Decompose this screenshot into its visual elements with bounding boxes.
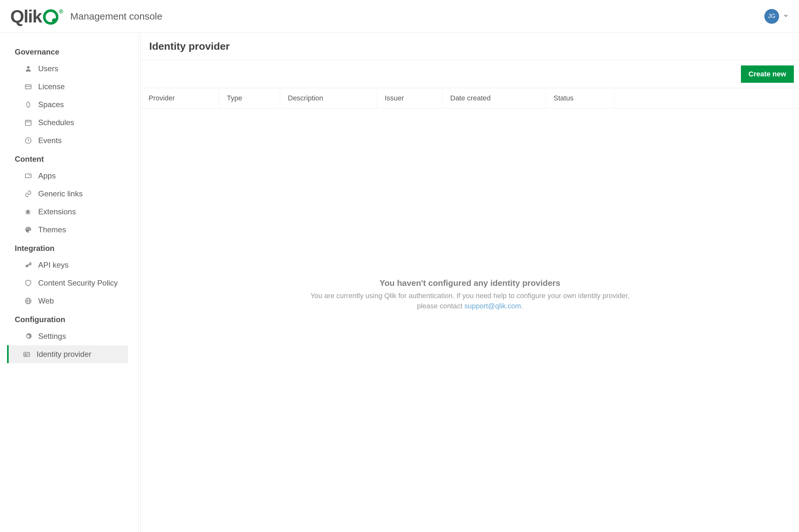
sidebar-item-web[interactable]: Web <box>0 292 138 310</box>
sidebar-item-label: Spaces <box>38 100 64 109</box>
user-menu[interactable]: JG <box>764 9 789 24</box>
sidebar-item-label: Users <box>38 64 58 73</box>
empty-state: You haven't configured any identity prov… <box>141 57 799 532</box>
link-icon <box>24 190 33 198</box>
sidebar-item-csp[interactable]: Content Security Policy <box>0 274 138 292</box>
person-icon <box>24 64 33 73</box>
main-content: Identity provider Create new Provider Ty… <box>140 33 799 532</box>
sidebar-item-label: Themes <box>38 225 66 234</box>
svg-rect-3 <box>25 120 31 126</box>
sidebar-item-label: Extensions <box>38 207 76 216</box>
svg-rect-17 <box>24 352 30 357</box>
sidebar-item-label: Web <box>38 297 54 305</box>
sidebar-item-apps[interactable]: Apps <box>0 167 138 185</box>
svg-point-10 <box>26 229 27 230</box>
sidebar-item-label: Apps <box>38 171 56 180</box>
palette-icon <box>24 226 33 234</box>
svg-point-18 <box>25 354 26 355</box>
sidebar-item-api-keys[interactable]: API keys <box>0 256 138 274</box>
svg-point-0 <box>27 66 30 69</box>
shield-icon <box>24 279 33 287</box>
sidebar-item-label: API keys <box>38 261 69 269</box>
spaces-icon <box>24 100 33 109</box>
calendar-icon <box>24 118 33 127</box>
sidebar-item-label: Settings <box>38 332 66 341</box>
sidebar-item-label: License <box>38 82 65 91</box>
svg-rect-1 <box>25 85 31 89</box>
sidebar-item-label: Content Security Policy <box>38 279 118 287</box>
svg-point-13 <box>26 265 28 267</box>
sidebar-item-label: Schedules <box>38 118 74 127</box>
header: Qlik ® Management console JG <box>0 0 799 33</box>
section-title-configuration: Configuration <box>0 310 138 327</box>
svg-point-12 <box>29 229 30 230</box>
sidebar-item-users[interactable]: Users <box>0 60 138 78</box>
page-header: Identity provider <box>141 33 799 60</box>
header-left: Qlik ® Management console <box>10 6 163 26</box>
avatar: JG <box>764 9 779 24</box>
sidebar-item-schedules[interactable]: Schedules <box>0 114 138 132</box>
gear-icon <box>24 332 33 340</box>
sidebar-item-settings[interactable]: Settings <box>0 327 138 345</box>
sidebar-item-spaces[interactable]: Spaces <box>0 96 138 114</box>
globe-icon <box>24 297 33 305</box>
sidebar-item-label: Identity provider <box>37 350 92 359</box>
logo-q-icon <box>43 9 58 25</box>
page-title: Identity provider <box>149 40 791 52</box>
support-email-link[interactable]: support@qlik.com <box>464 302 521 310</box>
chevron-down-icon <box>783 13 789 20</box>
svg-rect-8 <box>25 174 31 178</box>
id-icon <box>22 350 31 358</box>
logo-word: Qlik <box>10 6 42 26</box>
sidebar-item-label: Events <box>38 136 62 145</box>
sidebar-item-generic-links[interactable]: Generic links <box>0 185 138 203</box>
sidebar-item-themes[interactable]: Themes <box>0 221 138 239</box>
sidebar-item-extensions[interactable]: Extensions <box>0 203 138 221</box>
sidebar-item-identity-provider[interactable]: Identity provider <box>7 345 128 363</box>
empty-state-title: You haven't configured any identity prov… <box>380 278 560 288</box>
clock-icon <box>24 136 33 145</box>
app-title: Management console <box>70 11 163 22</box>
key-icon <box>24 261 33 269</box>
svg-point-11 <box>28 228 29 229</box>
section-title-content: Content <box>0 150 138 167</box>
logo-mark-icon: ® <box>59 8 62 15</box>
sidebar-item-label: Generic links <box>38 189 83 198</box>
sidebar-item-license[interactable]: License <box>0 78 138 96</box>
sidebar: Governance Users License Spaces Schedule… <box>0 33 139 532</box>
license-icon <box>24 82 33 91</box>
app-icon <box>24 172 33 180</box>
puzzle-icon <box>24 208 33 216</box>
logo-text: Qlik ® <box>10 6 62 26</box>
section-title-integration: Integration <box>0 239 138 256</box>
empty-state-subtitle: You are currently using Qlik for authent… <box>310 291 630 311</box>
empty-text-after: . <box>521 302 523 310</box>
section-title-governance: Governance <box>0 42 138 60</box>
logo[interactable]: Qlik ® <box>10 6 62 26</box>
sidebar-item-events[interactable]: Events <box>0 132 138 150</box>
